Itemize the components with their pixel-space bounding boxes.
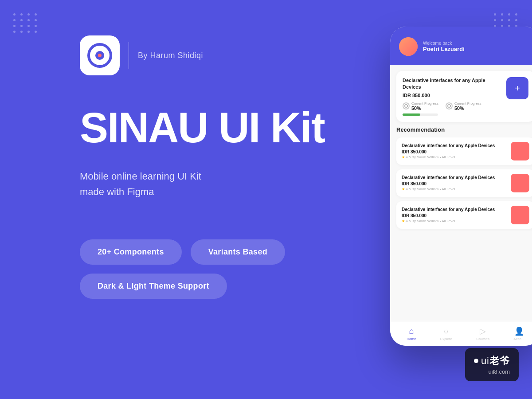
badges-row-2: Dark & Light Theme Support [80, 274, 285, 299]
author-label: By Harum Shidiqi [138, 51, 203, 60]
rec-item-2: Declarative interfaces for any Apple Dev… [396, 169, 532, 197]
rec-info-3: Declarative interfaces for any Apple Dev… [402, 207, 506, 223]
progress-item-2: Current Progress 50% [446, 102, 481, 111]
phone-content: Welcome back Poetri Lazuardi Declarative… [390, 27, 532, 346]
badge-variants: Variants Based [191, 239, 285, 265]
user-name: Poetri Lazuardi [423, 46, 532, 52]
badges-container: 20+ Components Variants Based Dark & Lig… [80, 239, 285, 299]
rec-price-1: IDR 850.000 [402, 149, 506, 154]
badges-row-1: 20+ Components Variants Based [80, 239, 285, 265]
course-card-inner: Declarative interfaces for any Apple Dev… [403, 77, 528, 116]
course-thumbnail: + [506, 77, 528, 99]
nav-account[interactable]: 👤 Acco... [513, 326, 524, 341]
progress-bar-fill [403, 113, 420, 116]
subtitle-line2: made with Figma [80, 186, 154, 197]
rec-item-3: Declarative interfaces for any Apple Dev… [396, 201, 532, 229]
page-title: SINAU UI Kit [80, 106, 325, 149]
thumb-plus-icon: + [515, 83, 520, 94]
course-title: Declarative interfaces for any Apple Dev… [403, 77, 502, 91]
watermark: ui老爷 uil8.com [465, 348, 519, 381]
progress-label-1: Current Progress [411, 102, 438, 106]
header-divider [129, 42, 129, 69]
featured-course-card: Declarative interfaces for any Apple Dev… [396, 71, 532, 122]
dots-top-left [13, 13, 38, 33]
badge-theme: Dark & Light Theme Support [80, 274, 227, 299]
nav-explore-label: Explore [440, 337, 452, 341]
recommendation-title: Recommendation [396, 126, 532, 133]
star-icon-1: ★ [402, 155, 405, 159]
rec-price-2: IDR 850.000 [402, 181, 506, 186]
svg-point-1 [448, 105, 450, 107]
wm-dot [474, 359, 478, 363]
avatar-image [399, 37, 418, 56]
star-icon-2: ★ [402, 187, 405, 191]
course-info: Declarative interfaces for any Apple Dev… [403, 77, 502, 116]
nav-explore[interactable]: ○ Explore [440, 327, 452, 341]
watermark-sub: uil8.com [474, 368, 510, 375]
course-price: IDR 850.000 [403, 93, 502, 98]
progress-item-1: Current Progress 50% [403, 102, 438, 111]
nav-home-label: Home [407, 337, 416, 341]
progress-icon-1 [403, 102, 410, 110]
progress-icon-2 [446, 102, 453, 110]
logo-icon [87, 43, 112, 68]
phone-nav: ⌂ Home ○ Explore ▷ Courses 👤 Acco... [390, 321, 532, 346]
account-icon: 👤 [514, 326, 524, 336]
explore-icon: ○ [444, 327, 449, 336]
welcome-small: Welcome back [423, 41, 532, 46]
rec-price-3: IDR 850.000 [402, 213, 506, 218]
watermark-top: ui老爷 [474, 354, 510, 368]
nav-home[interactable]: ⌂ Home [407, 327, 416, 341]
rec-title-2: Declarative interfaces for any Apple Dev… [402, 175, 506, 180]
progress-val-1: 50% [411, 106, 438, 111]
logo [80, 35, 120, 75]
welcome-section: Welcome back Poetri Lazuardi [423, 41, 532, 52]
rec-title-1: Declarative interfaces for any Apple Dev… [402, 143, 506, 149]
nav-account-label: Acco... [513, 337, 524, 341]
header: By Harum Shidiqi [80, 35, 203, 75]
rec-thumb-2 [511, 174, 529, 192]
subtitle-block: Mobile online learning UI Kit made with … [80, 168, 201, 200]
star-icon-3: ★ [402, 219, 405, 223]
rec-meta-1: ★ 4.5 By Sarah William • All Level [402, 155, 506, 159]
main-title-block: SINAU UI Kit [80, 106, 325, 149]
rec-thumb-1 [511, 142, 529, 160]
phone-header: Welcome back Poetri Lazuardi [390, 27, 532, 65]
nav-courses[interactable]: ▷ Courses [476, 326, 489, 341]
progress-section: Current Progress 50% Current Progress [403, 102, 502, 111]
rec-meta-2: ★ 4.5 By Sarah William • All Level [402, 187, 506, 191]
subtitle-line1: Mobile online learning UI Kit [80, 171, 201, 182]
phone-mockup: Welcome back Poetri Lazuardi Declarative… [390, 27, 532, 346]
watermark-main: ui老爷 [481, 354, 510, 368]
progress-label-2: Current Progress [454, 102, 481, 106]
phone-body: Declarative interfaces for any Apple Dev… [390, 65, 532, 321]
progress-val-2: 50% [454, 106, 481, 111]
rec-meta-3: ★ 4.5 By Sarah William • All Level [402, 219, 506, 223]
svg-point-0 [405, 105, 407, 107]
badge-components: 20+ Components [80, 239, 182, 265]
rec-info-1: Declarative interfaces for any Apple Dev… [402, 143, 506, 159]
rec-info-2: Declarative interfaces for any Apple Dev… [402, 175, 506, 191]
home-icon: ⌂ [409, 327, 414, 336]
rec-thumb-3 [511, 206, 529, 224]
nav-courses-label: Courses [476, 337, 489, 341]
avatar [399, 37, 418, 56]
rec-item-1: Declarative interfaces for any Apple Dev… [396, 137, 532, 165]
courses-icon: ▷ [480, 326, 486, 336]
progress-bar [403, 113, 438, 116]
rec-title-3: Declarative interfaces for any Apple Dev… [402, 207, 506, 212]
